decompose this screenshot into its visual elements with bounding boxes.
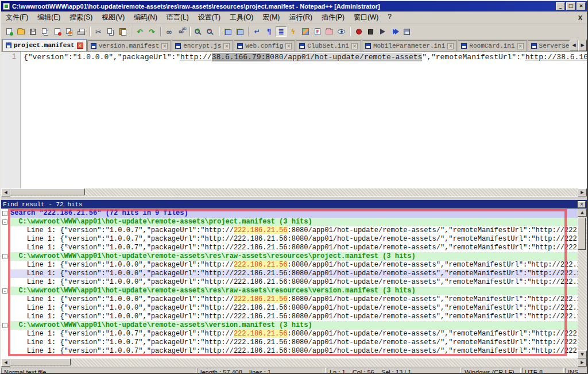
function-list-icon[interactable]: [312, 26, 323, 37]
folder-as-workspace-icon[interactable]: [324, 26, 335, 37]
indent-guide-icon[interactable]: [276, 26, 287, 37]
scrollbar-track[interactable]: [10, 188, 578, 196]
scrollbar-thumb[interactable]: [578, 218, 586, 250]
show-all-characters-icon[interactable]: [264, 26, 274, 37]
sync-vertical-scroll-icon[interactable]: [222, 26, 233, 37]
zoom-in-icon[interactable]: [193, 26, 204, 37]
editor-line-1[interactable]: {"version":"1.0.0.0","packageUrl":"http:…: [21, 52, 587, 188]
find-result-row[interactable]: -Search "222.186.21.56" (72 hits in 9 fi…: [1, 209, 578, 218]
menu-item[interactable]: 窗口(W): [349, 11, 383, 24]
find-result-row[interactable]: Line 1: {"version":"1.0.0.7","packageUrl…: [1, 330, 578, 338]
maximize-button[interactable]: □: [566, 2, 575, 10]
tab-encrypt.js[interactable]: encrypt.js×: [172, 40, 233, 51]
editor-horizontal-scrollbar[interactable]: ◀ ▶: [1, 188, 587, 196]
menu-item[interactable]: 文件(F): [1, 11, 33, 24]
find-result-row[interactable]: Line 1: {"version":"1.0.0.0","packageUrl…: [1, 313, 578, 321]
copy-icon[interactable]: [105, 26, 116, 37]
menu-item[interactable]: 运行(R): [284, 11, 317, 24]
close-tab-icon[interactable]: ×: [77, 43, 83, 49]
macro-play-icon[interactable]: [377, 26, 388, 37]
close-tab-icon[interactable]: ×: [351, 43, 358, 49]
document-close-x[interactable]: X: [578, 14, 587, 21]
macro-save-icon[interactable]: [401, 26, 412, 37]
menu-item[interactable]: 搜索(S): [65, 11, 97, 24]
find-result-row[interactable]: Line 1: {"version":"1.0.0.0","packageUrl…: [1, 295, 578, 304]
scrollbar-track[interactable]: [578, 217, 587, 350]
fold-collapse-icon[interactable]: -: [2, 323, 7, 328]
undo-icon[interactable]: [134, 26, 145, 37]
save-file-icon[interactable]: [28, 26, 38, 37]
close-tab-icon[interactable]: ×: [447, 43, 454, 49]
editor-area[interactable]: 1 {"version":"1.0.0.0","packageUrl":"htt…: [1, 52, 587, 188]
close-tab-icon[interactable]: ×: [161, 43, 168, 49]
tab-ServerSet.ini[interactable]: ServerSet.ini×: [528, 40, 570, 51]
tab-scroll-left-icon[interactable]: ◀: [570, 40, 578, 51]
scrollbar-thumb[interactable]: [10, 358, 71, 365]
close-all-icon[interactable]: [64, 26, 75, 37]
menu-item[interactable]: ?: [383, 11, 396, 24]
fold-collapse-icon[interactable]: -: [2, 211, 7, 216]
minimize-button[interactable]: _: [556, 2, 565, 10]
menu-item[interactable]: 视图(V): [97, 11, 129, 24]
menu-item[interactable]: 工具(O): [225, 11, 258, 24]
menu-item[interactable]: 设置(T): [194, 11, 225, 24]
shortcut-mapper-icon[interactable]: [288, 26, 299, 37]
find-result-row[interactable]: Line 1: {"version":"1.0.0.7","packageUrl…: [1, 338, 578, 347]
fold-collapse-icon[interactable]: -: [2, 288, 7, 294]
paste-icon[interactable]: [117, 26, 128, 37]
scrollbar-track[interactable]: [10, 358, 578, 367]
macro-run-multiple-icon[interactable]: [389, 26, 400, 37]
find-result-row[interactable]: Line 1: {"version":"1.0.0.0","packageUrl…: [1, 269, 578, 278]
find-result-row[interactable]: Line 1: {"version":"1.0.0.0","packageUrl…: [1, 278, 578, 287]
menu-item[interactable]: 宏(M): [258, 11, 284, 24]
scroll-left-icon[interactable]: ◀: [1, 188, 10, 196]
close-file-icon[interactable]: [52, 26, 63, 37]
replace-icon[interactable]: [176, 26, 187, 37]
new-file-icon[interactable]: [3, 26, 14, 37]
tab-version.manifest[interactable]: version.manifest×: [87, 40, 172, 51]
fold-collapse-icon[interactable]: -: [2, 254, 7, 259]
find-result-row[interactable]: Line 1: {"version":"1.0.0.0","packageUrl…: [1, 261, 578, 269]
word-wrap-icon[interactable]: [252, 26, 262, 37]
save-all-icon[interactable]: [40, 26, 51, 37]
document-monitor-icon[interactable]: [336, 26, 347, 37]
scrollbar-thumb[interactable]: [10, 188, 85, 195]
cut-icon[interactable]: [93, 26, 104, 37]
tab-RoomCard.ini[interactable]: RoomCard.ini×: [458, 40, 527, 51]
close-tab-icon[interactable]: ×: [223, 43, 230, 49]
scroll-down-icon[interactable]: ▼: [578, 350, 587, 358]
print-icon[interactable]: [76, 26, 87, 37]
document-map-icon[interactable]: [300, 26, 311, 37]
macro-stop-icon[interactable]: [365, 26, 376, 37]
find-result-row[interactable]: - C:\wwwroot\WWW\app01\hot-update\remote…: [1, 287, 578, 295]
menu-item[interactable]: 语言(L): [162, 11, 194, 24]
scroll-left-icon[interactable]: ◀: [1, 358, 10, 367]
find-icon[interactable]: [164, 26, 175, 37]
find-horizontal-scrollbar[interactable]: ◀ ▶: [1, 358, 587, 367]
close-tab-icon[interactable]: ×: [517, 43, 524, 49]
find-result-row[interactable]: - C:\wwwroot\WWW\app01\hot-update\remote…: [1, 218, 578, 226]
menu-item[interactable]: 编辑(E): [33, 11, 65, 24]
find-result-row[interactable]: Line 1: {"version":"1.0.0.7","packageUrl…: [1, 226, 578, 235]
close-button[interactable]: ×: [577, 2, 586, 10]
tab-scroll-right-icon[interactable]: ▶: [578, 40, 587, 51]
find-result-row[interactable]: - C:\wwwroot\WWW\app01\hot-update\remote…: [1, 252, 578, 261]
tab-MobileParameter.ini[interactable]: MobileParameter.ini×: [362, 40, 457, 51]
redo-icon[interactable]: [146, 26, 157, 37]
scroll-right-icon[interactable]: ▶: [578, 358, 587, 367]
find-result-row[interactable]: Line 1: {"version":"1.0.0.7","packageUrl…: [1, 235, 578, 244]
find-result-row[interactable]: Line 1: {"version":"1.0.0.7","packageUrl…: [1, 244, 578, 252]
find-vertical-scrollbar[interactable]: ▲ ▼: [578, 209, 587, 358]
close-tab-icon[interactable]: ×: [285, 43, 292, 49]
sync-horizontal-scroll-icon[interactable]: [234, 26, 245, 37]
find-result-row[interactable]: - C:\wwwroot\WWW\app01\hot-update\remote…: [1, 321, 578, 330]
menu-item[interactable]: 插件(P): [317, 11, 349, 24]
tab-ClubSet.ini[interactable]: ClubSet.ini×: [296, 40, 361, 51]
macro-record-icon[interactable]: [353, 26, 364, 37]
find-panel-close-icon[interactable]: ×: [578, 201, 586, 208]
tab-project.manifest[interactable]: project.manifest×: [2, 39, 87, 51]
fold-collapse-icon[interactable]: -: [2, 219, 7, 225]
zoom-out-icon[interactable]: [205, 26, 216, 37]
scroll-right-icon[interactable]: ▶: [578, 188, 587, 196]
tab-Web.config[interactable]: Web.config×: [234, 40, 295, 51]
